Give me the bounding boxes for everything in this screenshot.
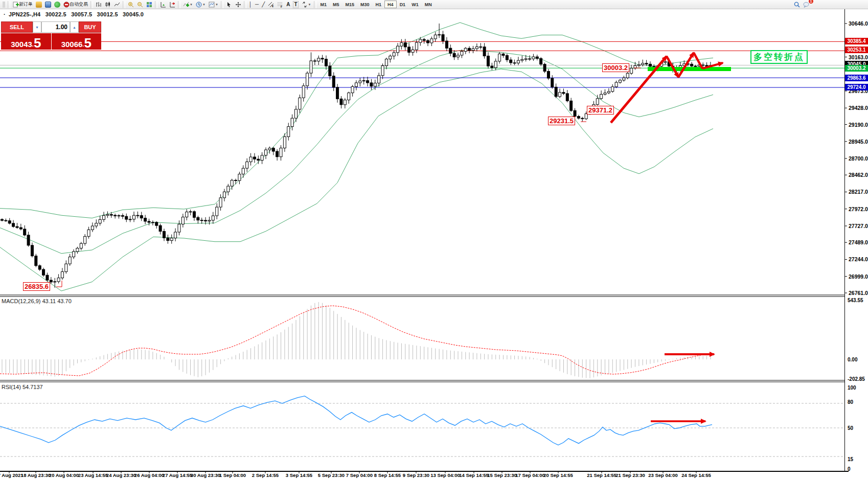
bollinger-lower-band (0, 69, 713, 291)
time-tick-label[interactable]: 23 Sep 04:00 (648, 472, 678, 478)
candlestick (570, 101, 573, 110)
candlestick (181, 217, 184, 224)
candlestick (144, 218, 147, 221)
volume-decrease-button[interactable]: ▼ (33, 21, 41, 33)
time-tick-label[interactable]: 18 Aug 23:30 (21, 472, 51, 478)
candlestick (140, 216, 143, 218)
indicator-scale-label: 0 (848, 466, 851, 472)
time-tick-label[interactable]: 2 Sep 14:55 (252, 472, 279, 478)
buy-price[interactable]: 30066.5 (52, 33, 102, 50)
candlestick (562, 93, 565, 94)
volume-increase-button[interactable]: ▲ (70, 21, 79, 33)
candlestick (506, 55, 508, 60)
candlestick (65, 264, 67, 271)
time-tick-label[interactable]: 24 Sep 14:55 (681, 472, 711, 478)
candlestick (317, 58, 320, 61)
candlestick (283, 136, 286, 148)
candlestick (517, 60, 519, 63)
candlestick (325, 59, 327, 66)
candlestick (461, 51, 463, 55)
candlestick (167, 238, 169, 240)
candlestick (630, 68, 633, 73)
time-tick-label[interactable]: 3 Sep 14:55 (286, 472, 313, 478)
candlestick (348, 93, 350, 100)
candlestick (5, 220, 7, 221)
time-tick-label[interactable]: 27 Aug 14:55 (163, 472, 193, 478)
candlestick (329, 66, 331, 76)
time-tick-label[interactable]: 21 Sep 14:55 (587, 472, 616, 478)
candlestick (42, 269, 45, 275)
candlestick (483, 47, 486, 56)
candlestick (24, 229, 26, 235)
candlestick (302, 86, 305, 98)
time-tick-label[interactable]: 26 Aug 04:00 (134, 472, 164, 478)
candlestick (46, 275, 49, 280)
price-tick-label: 28700.0 (849, 155, 868, 162)
candlestick (242, 168, 244, 174)
sell-button[interactable]: SELL (1, 21, 33, 33)
candlestick (344, 100, 346, 105)
candlestick (637, 65, 640, 66)
candlestick (257, 159, 260, 160)
candlestick (494, 61, 497, 68)
candlestick (430, 39, 433, 43)
candlestick (623, 78, 625, 80)
candlestick (445, 41, 448, 48)
candlestick (434, 35, 437, 39)
time-tick-label[interactable]: 24 Aug 23:30 (106, 472, 136, 478)
time-tick-label[interactable]: 20 Sep 14:55 (543, 472, 573, 478)
time-tick-label[interactable]: 15 Sep 23:30 (487, 472, 517, 478)
chart-canvas[interactable]: 30646.030163.029673.029428.029190.028945… (0, 0, 868, 479)
candlestick (321, 58, 324, 59)
price-annotation-26835[interactable]: 26835.6 (23, 282, 50, 291)
time-tick-label[interactable]: 30 Aug 23:30 (191, 472, 220, 478)
sell-price[interactable]: 30043.5 (1, 33, 52, 50)
buy-button[interactable]: BUY (79, 21, 101, 33)
price-annotation-30003[interactable]: 30003.2 (602, 63, 629, 72)
macd-signal-line (0, 306, 714, 376)
time-tick-label[interactable]: 13 Sep 04:00 (430, 472, 460, 478)
candlestick (378, 76, 380, 83)
ohlc-high: 30057.5 (71, 11, 92, 17)
price-tick-label: 28217.0 (849, 189, 868, 195)
time-tick-label[interactable]: 23 Aug 14:55 (78, 472, 108, 478)
time-tick-label[interactable]: 17 Aug 2021 (0, 472, 24, 478)
candlestick (532, 57, 535, 59)
candlestick (299, 98, 301, 109)
candlestick (521, 59, 523, 60)
candlestick (148, 221, 150, 222)
candlestick (423, 39, 425, 40)
turning-point-annotation[interactable]: 多空转折点 (750, 50, 808, 64)
time-tick-label[interactable]: 5 Sep 23:30 (318, 472, 345, 478)
mt4-window: 新订单 自动交易 ▼ ▼ ▼ │ ─ ╱ E F A T ▼ (0, 0, 868, 479)
volume-input[interactable]: 1.00 (41, 21, 70, 33)
time-tick-label[interactable]: 1 Sep 04:00 (219, 472, 246, 478)
price-annotation-29231[interactable]: 29231.5 (548, 117, 575, 125)
price-axis-badge: 30003.2 (845, 65, 868, 72)
time-tick-label[interactable]: 9 Sep 23:30 (403, 472, 429, 478)
time-tick-label[interactable]: 17 Sep 04:00 (515, 472, 545, 478)
price-annotation-29371[interactable]: 29371.2 (587, 106, 614, 115)
support-zone-bar[interactable] (648, 67, 731, 71)
candlestick (524, 59, 527, 59)
price-tick-label: 29428.0 (849, 105, 868, 111)
candlestick (415, 42, 418, 50)
candlestick (208, 220, 211, 221)
time-tick-label[interactable]: 8 Sep 14:55 (374, 472, 401, 478)
time-tick-label[interactable]: 21 Sep 23:30 (615, 472, 645, 478)
time-tick-label[interactable]: 14 Sep 14:55 (459, 472, 489, 478)
symbol-bullet: · (4, 11, 6, 17)
candlestick (362, 81, 365, 81)
time-tick-label[interactable]: 7 Sep 04:00 (346, 472, 373, 478)
candlestick (265, 150, 267, 155)
candlestick (125, 216, 128, 219)
price-tick-label: 26999.0 (849, 273, 868, 280)
candlestick (340, 99, 342, 104)
candlestick (287, 127, 290, 137)
time-tick-label[interactable]: 20 Aug 04:00 (49, 472, 79, 478)
price-axis-badge: 29863.6 (845, 75, 868, 81)
price-tick-label: 27972.0 (849, 206, 868, 212)
candlestick (227, 186, 230, 192)
candlestick (253, 157, 256, 159)
candlestick (611, 87, 614, 92)
